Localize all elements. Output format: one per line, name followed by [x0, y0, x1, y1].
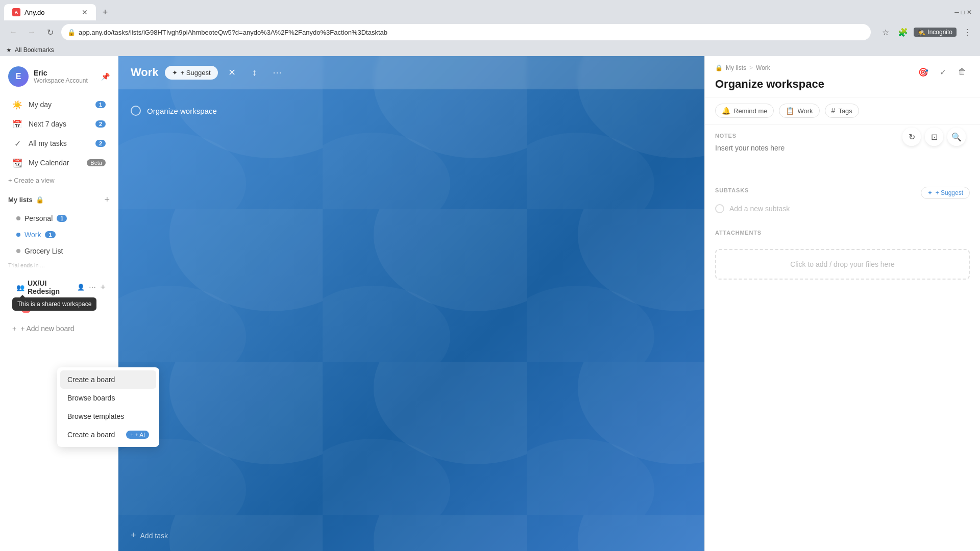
complete-icon[interactable]: ✓ — [935, 64, 950, 80]
address-bar: ← → ↻ 🔒 app.any.do/tasks/lists/iG98HTIvg… — [0, 20, 980, 44]
incognito-label: Incognito — [927, 29, 952, 36]
reload-button[interactable]: ↻ — [43, 25, 57, 39]
add-task-bar: + Add task — [118, 520, 704, 551]
attachments-drop-zone[interactable]: Click to add / drop your files here — [715, 249, 970, 280]
more-options-button[interactable]: ⋯ — [269, 64, 285, 81]
subtasks-label: SUBTASKS — [715, 187, 749, 193]
extension-icon[interactable]: 🧩 — [896, 26, 910, 39]
list-tag-icon: 📋 — [786, 107, 794, 115]
list-header: Work ✦ + Suggest ✕ ↕ ⋯ — [118, 56, 704, 89]
attachments-section: ATTACHMENTS — [705, 221, 980, 249]
all-tasks-label: All my tasks — [29, 139, 89, 147]
add-new-board[interactable]: + + Add new board — [0, 321, 118, 336]
sidebar-item-my-calendar[interactable]: 📆 My Calendar Beta — [4, 154, 114, 172]
work-tag-button[interactable]: 📋 Work — [779, 104, 819, 118]
detail-title: Organize workspace — [715, 78, 824, 91]
avatar: E — [8, 66, 29, 87]
remind-me-button[interactable]: 🔔 Remind me — [715, 104, 774, 118]
sidebar-item-grocery[interactable]: Grocery List — [4, 243, 114, 259]
hashtag-icon: # — [831, 107, 836, 115]
breadcrumb: 🔒 My lists > Work — [715, 64, 824, 71]
back-button[interactable]: ← — [6, 25, 20, 39]
new-tab-button[interactable]: + — [98, 5, 112, 19]
my-lists-header: My lists 🔒 + — [8, 194, 110, 205]
sidebar-item-next-7-days[interactable]: 📅 Next 7 days 2 — [4, 115, 114, 133]
all-tasks-badge: 2 — [95, 140, 106, 147]
browser-actions: ☆ 🧩 🕵 Incognito ⋮ — [879, 26, 974, 39]
browse-templates-label: Browse templates — [67, 412, 124, 420]
browse-boards-label: Browse boards — [67, 394, 115, 402]
task-text: Organize workspace — [147, 107, 217, 115]
url-bar[interactable]: 🔒 app.any.do/tasks/lists/iG98HTIvgh9piAh… — [61, 24, 871, 40]
subtasks-suggest-button[interactable]: ✦ + Suggest — [921, 187, 970, 199]
create-board-label: Create a board — [67, 375, 115, 384]
attachments-drop-text: Click to add / drop your files here — [790, 260, 895, 268]
close-list-button[interactable]: ✕ — [224, 64, 240, 81]
workspace-ux-ui[interactable]: 👥 UX/UI Redesign 👤 ⋯ + This is a shared … — [4, 276, 114, 298]
pin-button[interactable]: 📌 — [101, 72, 110, 81]
attachments-label: ATTACHMENTS — [715, 230, 970, 236]
lock-icon: 🔒 — [36, 196, 44, 204]
menu-icon[interactable]: ⋮ — [961, 26, 974, 39]
bookmark-icon[interactable]: ☆ — [879, 26, 892, 39]
schedule-icon[interactable]: 🎯 — [916, 64, 931, 80]
sidebar: E Eric Workspace Account 📌 ☀️ My day 1 📅… — [0, 56, 118, 551]
dropdown-create-board-ai[interactable]: Create a board + + AI — [60, 425, 156, 444]
incognito-button[interactable]: 🕵 Incognito — [914, 28, 957, 37]
dropdown-browse-boards[interactable]: Browse boards — [60, 389, 156, 407]
sidebar-item-my-day[interactable]: ☀️ My day 1 — [4, 95, 114, 114]
subtasks-suggest-label: + Suggest — [936, 189, 963, 196]
dropdown-create-board[interactable]: Create a board — [60, 370, 156, 389]
subtasks-header: SUBTASKS ✦ + Suggest — [715, 187, 970, 199]
tab-close-button[interactable]: ✕ — [82, 8, 88, 16]
window-close[interactable]: ✕ — [967, 9, 972, 16]
window-maximize[interactable]: □ — [961, 9, 965, 16]
workspace-add-button[interactable]: + — [100, 282, 106, 293]
tags-button[interactable]: # Tags — [825, 104, 859, 118]
forward-button[interactable]: → — [24, 25, 39, 39]
notes-input[interactable] — [715, 144, 970, 168]
sidebar-item-work[interactable]: Work 1 — [4, 227, 114, 242]
active-tab[interactable]: A Any.do ✕ — [4, 4, 96, 20]
delete-icon[interactable]: 🗑 — [954, 64, 970, 80]
window-minimize[interactable]: ─ — [954, 9, 959, 16]
next-7-days-badge: 2 — [95, 120, 106, 128]
sidebar-item-all-tasks[interactable]: ✓ All my tasks 2 — [4, 134, 114, 153]
all-tasks-icon: ✓ — [12, 138, 22, 148]
table-row: Organize workspace — [131, 99, 692, 122]
my-day-icon: ☀️ — [12, 99, 22, 110]
work-label: Work — [24, 231, 41, 239]
dropdown-menu: Create a board Browse boards Browse temp… — [57, 367, 159, 447]
next-7-days-label: Next 7 days — [29, 120, 89, 128]
task-checkbox[interactable] — [131, 106, 141, 116]
search-toolbar-button[interactable]: 🔍 — [947, 128, 966, 146]
personal-label: Personal — [24, 214, 53, 222]
suggest-label: + Suggest — [181, 69, 211, 77]
tags-label: Tags — [838, 107, 852, 115]
detail-header: 🔒 My lists > Work Organize workspace 🎯 ✓… — [705, 56, 980, 97]
dropdown-browse-templates[interactable]: Browse templates — [60, 407, 156, 425]
right-toolbar: ↻ ⊡ 🔍 — [902, 128, 966, 146]
workspace-label: UX/UI Redesign — [28, 279, 73, 295]
add-list-button[interactable]: + — [104, 194, 110, 205]
add-task-input[interactable]: + Add task — [131, 526, 692, 545]
calendar-badge: Beta — [87, 159, 106, 166]
refresh-toolbar-button[interactable]: ↻ — [902, 128, 921, 146]
layout-toolbar-button[interactable]: ⊡ — [925, 128, 943, 146]
grocery-label: Grocery List — [24, 247, 63, 255]
suggest-star-icon: ✦ — [927, 189, 933, 196]
my-lists-title: My lists 🔒 — [8, 196, 44, 204]
bookmarks-bar: ★ All Bookmarks — [0, 44, 980, 56]
suggest-button[interactable]: ✦ + Suggest — [165, 66, 218, 80]
workspace-section: 👥 UX/UI Redesign 👤 ⋯ + This is a shared … — [0, 271, 118, 321]
my-lists-section: My lists 🔒 + — [0, 188, 118, 210]
workspace-people-icon: 👥 — [16, 284, 24, 291]
main-content: Work ✦ + Suggest ✕ ↕ ⋯ Organize workspac… — [118, 56, 704, 551]
workspace-more-icon[interactable]: ⋯ — [89, 283, 96, 291]
sort-button[interactable]: ↕ — [247, 64, 263, 81]
breadcrumb-separator: > — [749, 64, 753, 71]
create-view-button[interactable]: + Create a view — [8, 177, 110, 184]
security-icon: 🔒 — [67, 29, 76, 36]
add-subtask-input[interactable]: Add a new subtask — [715, 204, 970, 213]
sidebar-item-personal[interactable]: Personal 1 — [4, 211, 114, 226]
